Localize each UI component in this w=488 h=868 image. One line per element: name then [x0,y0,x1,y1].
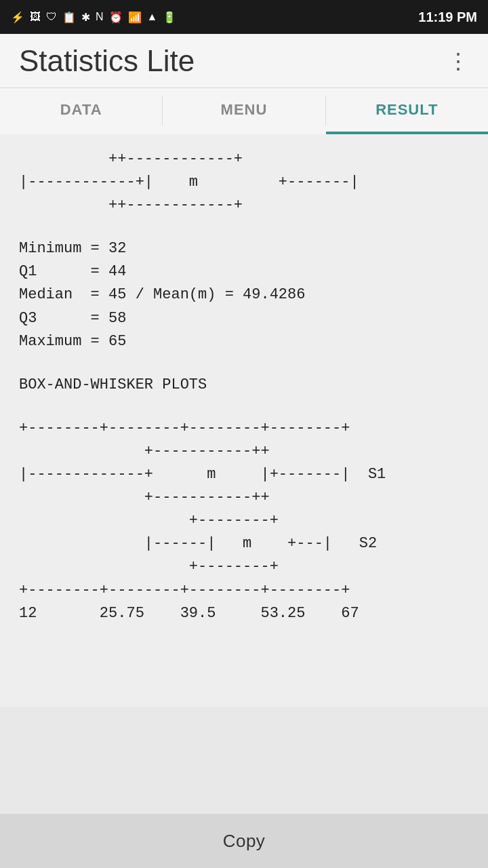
signal-icon: ▲ [147,11,158,23]
status-icons-left: ⚡ 🖼 🛡 📋 ✱ N ⏰ 📶 ▲ 🔋 [11,11,176,24]
image-icon: 🖼 [30,11,41,23]
nfc-icon: N [96,11,104,23]
clipboard-icon: 📋 [62,11,76,24]
more-options-icon[interactable]: ⋮ [447,48,469,74]
section-title: BOX-AND-WHISKER PLOTS [19,374,469,397]
spacer-3 [19,397,469,417]
usb-icon: ⚡ [11,11,24,24]
stats-display: Minimum = 32 Q1 = 44 Median = 45 / Mean(… [19,237,469,353]
tab-bar: DATA MENU RESULT [0,88,488,134]
app-bar: Statistics Lite ⋮ [0,34,488,88]
status-time: 11:19 PM [418,9,477,25]
shield-icon: 🛡 [46,11,57,23]
battery-icon: 🔋 [163,11,176,24]
wifi-icon: 📶 [128,11,142,24]
tab-result[interactable]: RESULT [326,88,488,134]
spacer-2 [19,353,469,374]
copy-bar: Copy [0,814,488,868]
result-content: ++------------+ |------------+| m +-----… [0,134,488,707]
alarm-icon: ⏰ [109,11,123,24]
status-time-area: 11:19 PM [418,9,477,25]
tab-data[interactable]: DATA [0,88,162,134]
app-title: Statistics Lite [19,44,195,78]
spacer-1 [19,217,469,237]
boxplot-top-display: ++------------+ |------------+| m +-----… [19,148,469,217]
bluetooth-icon: ✱ [81,11,90,24]
copy-button[interactable]: Copy [223,831,266,852]
plots-display: +--------+--------+--------+--------+ +-… [19,417,469,625]
status-bar: ⚡ 🖼 🛡 📋 ✱ N ⏰ 📶 ▲ 🔋 11:19 PM [0,0,488,34]
tab-menu[interactable]: MENU [163,88,325,134]
